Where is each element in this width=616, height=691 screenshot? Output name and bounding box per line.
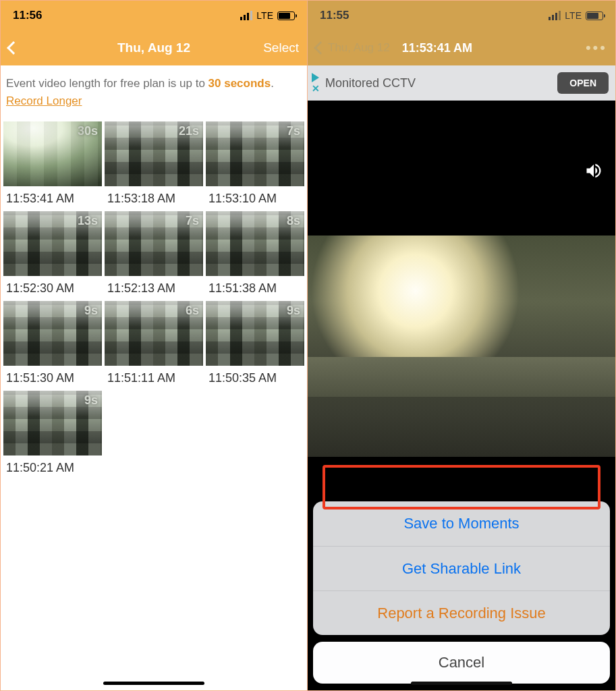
status-time: 11:56 [13,9,42,22]
battery-icon [277,11,295,20]
clips-grid: 30s11:53:41 AM 21s11:53:18 AM 7s11:53:10… [1,121,307,478]
adchoices-icon[interactable]: ✕ [312,73,320,93]
clip-time: 11:50:21 AM [3,455,102,478]
clip-duration: 9s [287,304,300,318]
chevron-left-icon [7,41,20,55]
save-to-moments-button[interactable]: Save to Moments [313,501,610,546]
clip-time: 11:53:18 AM [105,186,203,209]
clip-item[interactable]: 30s11:53:41 AM [3,121,102,209]
report-issue-button[interactable]: Report a Recording Issue [313,590,610,635]
clip-item[interactable]: 21s11:53:18 AM [105,121,203,209]
events-list-screen: 11:56 LTE Thu, Aug 12 Select Event video… [1,1,308,690]
clip-duration: 9s [84,393,98,408]
select-button[interactable]: Select [252,40,299,55]
back-button[interactable] [316,43,325,53]
play-triangle-icon [312,73,319,82]
clip-time: 11:50:35 AM [206,366,304,388]
record-longer-link[interactable]: Record Longer [6,94,82,107]
clip-duration: 21s [179,124,199,138]
chevron-left-icon [314,41,327,55]
home-indicator[interactable] [103,682,204,685]
signal-icon [240,11,252,20]
clip-duration: 13s [78,214,98,228]
clip-detail-screen: 11:55 LTE Thu, Aug 12 11:53:41 AM ••• ✕ … [308,1,615,690]
home-indicator[interactable] [411,682,512,685]
header-date: Thu, Aug 12 [328,41,390,55]
clip-item[interactable]: 7s11:52:13 AM [105,211,203,298]
clip-time: 11:52:30 AM [3,276,102,298]
header-timestamp: 11:53:41 AM [402,41,472,55]
back-button[interactable] [9,43,56,53]
signal-icon [549,11,561,20]
clip-time: 11:51:11 AM [105,366,203,388]
clip-duration: 9s [84,304,98,318]
clip-item[interactable]: 9s11:50:35 AM [206,301,304,388]
clip-time: 11:53:10 AM [206,186,304,209]
clip-time: 11:51:38 AM [206,276,304,298]
cancel-button[interactable]: Cancel [313,642,610,684]
clip-time: 11:52:13 AM [105,276,203,298]
banner-text-prefix: Event video length for free plan is up t… [6,77,208,90]
video-still-frame[interactable] [308,236,615,457]
clip-item[interactable]: 9s11:51:30 AM [3,301,102,388]
close-ad-icon[interactable]: ✕ [312,84,320,93]
ad-label: Monitored CCTV [325,76,416,90]
plan-banner: Event video length for free plan is up t… [1,65,307,121]
clip-duration: 8s [287,214,300,228]
network-label: LTE [565,10,582,21]
banner-text-suffix: . [271,77,274,90]
volume-icon[interactable] [584,161,603,183]
header-bar: Thu, Aug 12 Select [1,30,307,65]
more-button[interactable]: ••• [586,39,607,57]
clip-duration: 7s [287,124,300,138]
clip-duration: 7s [186,214,199,228]
banner-highlight: 30 seconds [208,77,271,90]
clip-duration: 30s [78,124,98,138]
status-bar: 11:56 LTE [1,1,307,30]
status-bar: 11:55 LTE [308,1,615,30]
clip-item[interactable]: 6s11:51:11 AM [105,301,203,388]
header-bar: Thu, Aug 12 11:53:41 AM ••• [308,30,615,65]
clip-item[interactable]: 9s11:50:21 AM [3,391,102,478]
status-time: 11:55 [320,9,349,22]
clip-item[interactable]: 8s11:51:38 AM [206,211,304,298]
network-label: LTE [256,10,273,21]
battery-icon [586,11,603,20]
video-player-black[interactable] [308,101,615,236]
clip-time: 11:51:30 AM [3,366,102,388]
clip-time: 11:53:41 AM [3,186,102,209]
get-sharable-link-button[interactable]: Get Sharable Link [313,546,610,590]
ad-open-button[interactable]: OPEN [557,72,609,94]
clip-duration: 6s [186,304,199,318]
clip-item[interactable]: 13s11:52:30 AM [3,211,102,298]
header-title: Thu, Aug 12 [56,40,252,55]
ad-banner[interactable]: ✕ Monitored CCTV OPEN [308,65,615,101]
action-sheet: Save to Moments Get Sharable Link Report… [313,501,610,684]
clip-item[interactable]: 7s11:53:10 AM [206,121,304,209]
